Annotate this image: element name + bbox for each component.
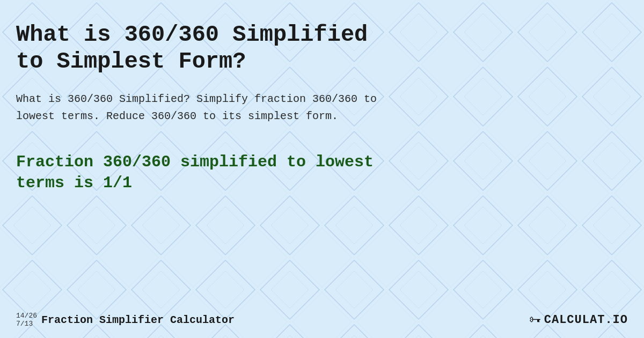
logo-text: CALCULAT.IO (544, 313, 628, 327)
logo-key-icon: 🗝 (529, 313, 541, 327)
main-content: What is 360/360 Simplified to Simplest F… (0, 0, 408, 231)
description-text: What is 360/360 Simplified? Simplify fra… (16, 91, 392, 125)
footer-fraction-top: 14/26 (16, 312, 37, 320)
footer-fractions: 14/26 7/13 (16, 312, 37, 328)
footer-logo: 🗝 CALCULAT.IO (529, 313, 628, 327)
footer-fraction-bottom: 7/13 (16, 320, 37, 328)
footer-site-title: Fraction Simplifier Calculator (41, 314, 235, 326)
footer: 14/26 7/13 Fraction Simplifier Calculato… (0, 312, 644, 328)
page-title: What is 360/360 Simplified to Simplest F… (16, 21, 392, 76)
result-section: Fraction 360/360 simplified to lowest te… (16, 152, 392, 194)
result-text: Fraction 360/360 simplified to lowest te… (16, 152, 392, 194)
